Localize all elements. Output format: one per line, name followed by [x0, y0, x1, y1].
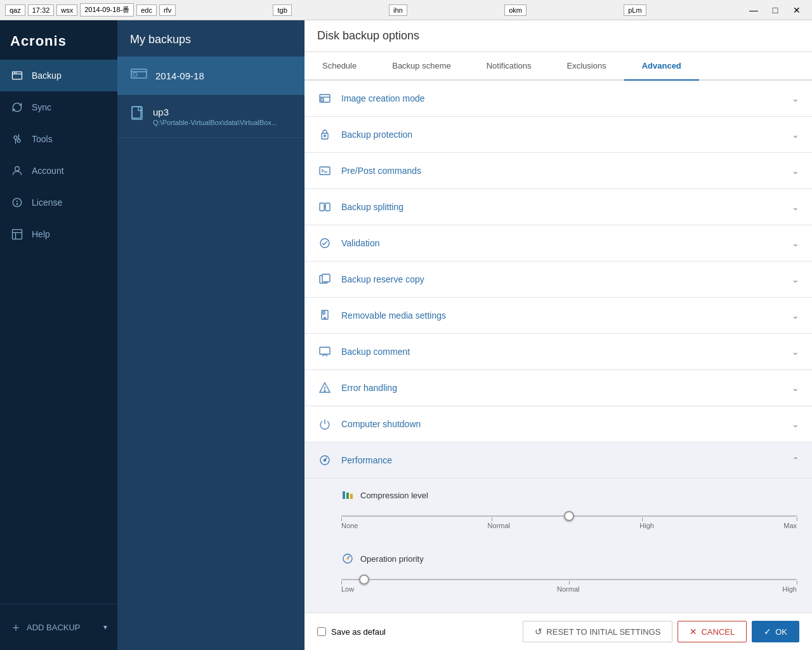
- ok-button[interactable]: ✓ OK: [752, 621, 799, 642]
- priority-slider-thumb[interactable]: [359, 574, 369, 585]
- chevron-down-icon: ⌄: [792, 383, 799, 393]
- sidebar-backup-label: Backup: [32, 70, 62, 81]
- option-validation[interactable]: Validation ⌄: [304, 225, 812, 262]
- option-pre-post-commands[interactable]: Pre/Post commands ⌄: [304, 153, 812, 189]
- ok-icon: ✓: [764, 627, 771, 637]
- option-backup-comment[interactable]: Backup comment ⌄: [304, 334, 812, 370]
- computer-shutdown-label: Computer shutdown: [341, 419, 421, 429]
- save-default-label: Save as defaul: [331, 627, 386, 637]
- option-performance[interactable]: Performance ⌄: [304, 442, 812, 479]
- removable-media-label: Removable media settings: [341, 310, 446, 321]
- add-backup-button[interactable]: ＋ ADD BACKUP ▾: [10, 614, 107, 640]
- content-panel: Disk backup options Schedule Backup sche…: [304, 20, 812, 650]
- priority-label-high: High: [782, 585, 797, 593]
- svg-point-35: [324, 317, 325, 319]
- ok-label: OK: [775, 627, 787, 637]
- option-removable-media[interactable]: Removable media settings ⌄: [304, 298, 812, 334]
- svg-point-24: [324, 135, 325, 136]
- svg-rect-15: [131, 69, 147, 78]
- option-error-handling[interactable]: Error handling ⌄: [304, 370, 812, 406]
- sidebar: Acronis Backup: [0, 20, 117, 650]
- sidebar-license-label: License: [32, 197, 62, 208]
- maximize-button[interactable]: □: [765, 1, 785, 19]
- error-handling-label: Error handling: [341, 383, 397, 393]
- cancel-button[interactable]: ✕ CANCEL: [678, 621, 747, 642]
- backup-disk-icon: [130, 67, 148, 84]
- priority-label-low: Low: [341, 585, 354, 593]
- options-list: Image creation mode ⌄ Backup protection: [304, 81, 812, 613]
- reset-button[interactable]: ↺ RESET TO INITIAL SETTINGS: [523, 621, 672, 642]
- tab-notifications[interactable]: Notifications: [469, 52, 549, 81]
- help-icon: [10, 227, 24, 241]
- sidebar-item-backup[interactable]: Backup: [0, 60, 117, 91]
- svg-rect-44: [346, 493, 349, 499]
- close-button[interactable]: ✕: [787, 1, 807, 19]
- sidebar-item-sync[interactable]: Sync: [0, 91, 117, 123]
- sidebar-tools-label: Tools: [32, 134, 53, 144]
- backup-item-up3[interactable]: up3 Q:\Portable-VirtualBox\data\VirtualB…: [117, 95, 304, 138]
- dialog-footer: Save as defaul ↺ RESET TO INITIAL SETTIN…: [304, 613, 812, 650]
- tag-wsx: wsx: [56, 4, 77, 16]
- logo-text: Acronis: [10, 33, 67, 49]
- add-backup-label: ADD BACKUP: [27, 623, 81, 632]
- chevron-down-icon: ⌄: [792, 129, 799, 140]
- cancel-label: CANCEL: [701, 627, 735, 637]
- svg-rect-25: [320, 167, 330, 175]
- chevron-down-icon: ⌄: [792, 274, 799, 284]
- backup-icon: [10, 69, 24, 83]
- performance-icon: [317, 453, 332, 468]
- svg-point-4: [14, 136, 17, 139]
- tag-time: 17:32: [28, 4, 55, 16]
- sidebar-item-account[interactable]: Account: [0, 155, 117, 187]
- svg-rect-22: [321, 98, 324, 101]
- operation-priority-item: Operation priority Low Normal High: [341, 552, 797, 606]
- backup-comment-icon: [317, 344, 332, 359]
- image-creation-mode-icon: [317, 91, 332, 106]
- tab-advanced[interactable]: Advanced: [624, 52, 699, 81]
- svg-point-39: [324, 390, 325, 392]
- option-image-creation-mode[interactable]: Image creation mode ⌄: [304, 81, 812, 117]
- backup-splitting-icon: [317, 199, 332, 215]
- priority-slider-track: [341, 579, 797, 580]
- sync-icon: [10, 100, 24, 114]
- svg-point-47: [347, 558, 349, 560]
- backup-comment-label: Backup comment: [341, 347, 410, 357]
- backup-item-2014[interactable]: 2014-09-18: [117, 56, 304, 95]
- dialog-title: Disk backup options: [304, 20, 812, 52]
- window-controls: — □ ✕: [743, 1, 807, 19]
- svg-rect-0: [13, 72, 22, 79]
- save-default-checkbox[interactable]: [317, 627, 326, 636]
- priority-slider-container: Low Normal High: [341, 571, 797, 606]
- tab-exclusions[interactable]: Exclusions: [549, 52, 624, 81]
- tag-plm: pLm: [624, 4, 646, 16]
- chevron-down-icon: ⌄: [792, 419, 799, 429]
- tab-schedule[interactable]: Schedule: [304, 52, 374, 81]
- svg-rect-43: [343, 491, 345, 499]
- option-backup-protection[interactable]: Backup protection ⌄: [304, 117, 812, 153]
- validation-label: Validation: [341, 238, 379, 248]
- tools-icon: [10, 132, 24, 146]
- pre-post-commands-label: Pre/Post commands: [341, 166, 421, 176]
- chevron-down-icon: ⌄: [792, 310, 799, 321]
- tab-backup-scheme[interactable]: Backup scheme: [374, 52, 469, 81]
- backup-list-panel: My backups 2014-09-18: [117, 20, 304, 650]
- compression-slider-labels: None Normal High Max: [341, 522, 797, 529]
- compression-slider-thumb[interactable]: [564, 511, 574, 521]
- compression-level-item: Compression level None Normal: [341, 489, 797, 542]
- option-backup-reserve-copy[interactable]: Backup reserve copy ⌄: [304, 262, 812, 298]
- sidebar-item-license[interactable]: License: [0, 187, 117, 218]
- tag-edc: edc: [136, 4, 157, 16]
- option-backup-splitting[interactable]: Backup splitting ⌄: [304, 189, 812, 225]
- image-creation-mode-label: Image creation mode: [341, 93, 425, 103]
- svg-rect-32: [322, 274, 330, 282]
- compression-label-max: Max: [783, 522, 797, 529]
- svg-rect-45: [350, 494, 353, 499]
- option-computer-shutdown[interactable]: Computer shutdown ⌄: [304, 406, 812, 442]
- minimize-button[interactable]: —: [743, 1, 764, 19]
- sidebar-item-help[interactable]: Help: [0, 218, 117, 250]
- chevron-down-icon: ⌄: [792, 93, 799, 103]
- backup-list-header: My backups: [117, 20, 304, 56]
- reset-label: RESET TO INITIAL SETTINGS: [546, 627, 660, 637]
- sidebar-item-tools[interactable]: Tools: [0, 123, 117, 155]
- sidebar-sync-label: Sync: [32, 102, 51, 112]
